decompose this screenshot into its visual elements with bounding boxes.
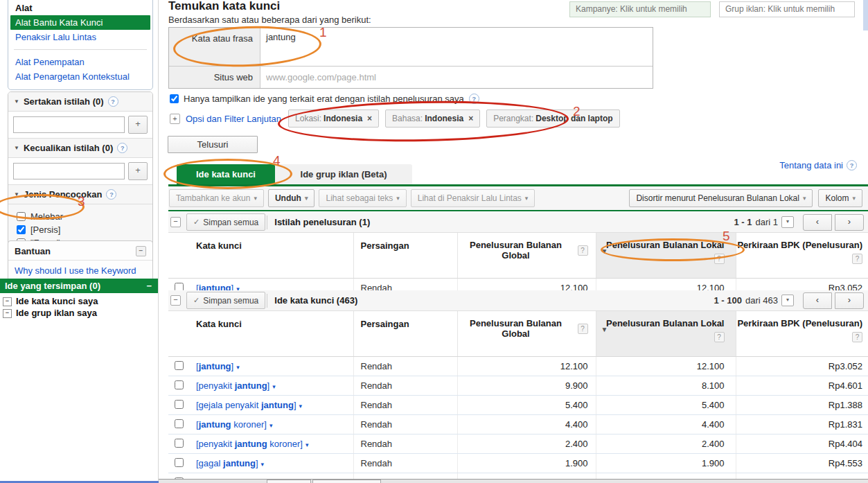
tree-collapse-icon[interactable]: − (3, 309, 12, 318)
prev-page-button[interactable]: ‹ (803, 292, 832, 309)
col-global-searches[interactable]: Penelusuran Bulanan Global? (457, 233, 596, 279)
keyword-link[interactable]: [jantung koroner] (196, 419, 267, 430)
page-size-dropdown[interactable]: ▾ (781, 295, 794, 306)
chevron-down-icon[interactable]: ▾ (261, 461, 265, 468)
exclude-term-input[interactable] (13, 163, 125, 179)
related-only-checkbox[interactable] (170, 94, 179, 103)
help-icon[interactable]: ? (578, 245, 588, 256)
help-icon[interactable]: ? (578, 324, 588, 334)
row-checkbox[interactable] (175, 419, 184, 428)
view-in-traffic-estimator-button[interactable]: Lihat di Penaksir Lalu Lintas▾ (411, 189, 535, 207)
prev-page-button[interactable]: ‹ (803, 214, 832, 231)
close-icon[interactable]: × (367, 114, 372, 123)
sidebar-item-keyword-tool[interactable]: Alat Bantu Kata Kunci (10, 15, 150, 30)
col-global-searches[interactable]: Penelusuran Bulanan Global? (457, 311, 596, 357)
include-terms-header[interactable]: ▼ Sertakan istilah (0) ? (8, 92, 152, 112)
add-to-account-button[interactable]: Tambahkan ke akun▾ (169, 189, 264, 207)
view-as-text-button[interactable]: Lihat sebagai teks▾ (319, 189, 406, 207)
sort-by-button[interactable]: Disortir menurut Penelusuran Bulanan Lok… (629, 189, 813, 207)
row-checkbox[interactable] (175, 361, 184, 370)
sidebar-item-placement-tool[interactable]: Alat Penempatan (15, 57, 85, 67)
col-competition[interactable]: Persaingan (353, 311, 457, 357)
keyword-link[interactable]: [jantung] (196, 361, 233, 371)
tab-adgroup-ideas[interactable]: Ide grup iklan (Beta) (275, 164, 412, 184)
help-link[interactable]: Why should I use the Keyword (8, 261, 152, 276)
help-icon[interactable]: ? (469, 94, 479, 104)
keyword-link[interactable]: [penyakit jantung koroner] (196, 439, 303, 449)
row-checkbox[interactable] (175, 439, 184, 448)
adgroup-selector[interactable]: Grup iklan: Klik untuk memilih (719, 1, 855, 17)
location-chip[interactable]: Lokasi:Indonesia × (288, 109, 379, 128)
col-competition[interactable]: Persaingan (353, 233, 457, 279)
keyword-link[interactable]: [gagal jantung] (196, 458, 258, 468)
include-term-input[interactable] (13, 116, 125, 133)
next-page-button[interactable]: › (835, 292, 864, 309)
keyword-input[interactable]: jantung (260, 28, 653, 66)
row-checkbox[interactable] (175, 458, 184, 467)
divider (267, 216, 267, 229)
chevron-down-icon[interactable]: ▾ (236, 364, 240, 371)
chevron-down-icon[interactable]: ▾ (272, 383, 276, 390)
col-approx-cpc[interactable]: Perkiraan BPK (Penelusuran) ? (736, 311, 868, 357)
col-keyword[interactable]: Kata kunci (193, 311, 353, 357)
saved-ideas-bar[interactable]: Ide yang tersimpan (0) − (0, 279, 158, 293)
match-types-header[interactable]: ▼ Jenis Pencocokan ? (8, 184, 152, 204)
col-local-searches[interactable]: ▼ Penelusuran Bulanan Lokal ? (596, 233, 736, 279)
col-approx-cpc[interactable]: Perkiraan BPK (Penelusuran) ? (736, 233, 868, 279)
help-icon[interactable]: ? (106, 189, 116, 200)
exact-checkbox[interactable] (17, 225, 26, 234)
language-chip[interactable]: Bahasa:Indonesia × (385, 109, 480, 128)
about-data-link[interactable]: Tentang data ini (779, 160, 843, 170)
keyword-link[interactable]: [gejala penyakit jantung] (196, 400, 296, 410)
columns-button[interactable]: Kolom▾ (818, 189, 862, 207)
saved-adgroup-ideas-item[interactable]: − Ide grup iklan saya (1, 307, 157, 319)
collapse-section-icon[interactable]: − (170, 217, 181, 227)
keyword-link[interactable]: [penyakit jantung] (196, 380, 269, 391)
expand-icon[interactable]: + (170, 114, 180, 124)
add-exclude-term-button[interactable]: + (128, 162, 148, 180)
collapse-section-icon[interactable]: − (170, 295, 181, 306)
campaign-selector[interactable]: Kampanye: Klik untuk memilih (569, 1, 711, 17)
help-icon[interactable]: ? (714, 332, 725, 342)
broad-checkbox[interactable] (17, 212, 26, 221)
help-icon[interactable]: ? (108, 96, 118, 107)
download-button[interactable]: Unduh▾ (268, 189, 315, 207)
help-icon[interactable]: ? (847, 160, 857, 170)
help-icon[interactable]: ? (852, 332, 862, 342)
col-keyword[interactable]: Kata kunci (193, 233, 353, 279)
tools-panel: Alat Alat Bantu Kata Kunci Penaksir Lalu… (8, 0, 153, 90)
advanced-options-link[interactable]: Opsi dan Filter Lanjutan (186, 114, 281, 124)
saved-keyword-ideas-item[interactable]: − Ide kata kunci saya (1, 295, 157, 307)
tab-keyword-ideas[interactable]: Ide kata kunci (177, 164, 275, 184)
row-checkbox[interactable] (175, 400, 184, 409)
minimize-icon[interactable]: − (146, 281, 152, 291)
add-include-term-button[interactable]: + (128, 116, 148, 134)
help-icon[interactable]: ? (714, 254, 725, 264)
cropped-footer-button (312, 480, 381, 483)
sidebar-item-traffic-estimator[interactable]: Penaksir Lalu Lintas (15, 32, 96, 42)
page-size-dropdown[interactable]: ▾ (781, 216, 794, 228)
global-searches-cell: 4.400 (457, 415, 596, 434)
minimize-icon[interactable]: − (136, 246, 146, 256)
save-all-button[interactable]: ✓ Simpan semua (186, 292, 265, 309)
sidebar-item-contextual-targeting-tool[interactable]: Alat Penargetan Kontekstual (15, 71, 130, 82)
tree-collapse-icon[interactable]: − (3, 297, 12, 306)
exclude-terms-header[interactable]: ▼ Kecualikan istilah (0) ? (8, 138, 152, 158)
website-input[interactable] (260, 67, 653, 88)
close-icon[interactable]: × (468, 114, 473, 123)
col-local-searches[interactable]: ▼ Penelusuran Bulanan Lokal ? (596, 311, 736, 357)
next-page-button[interactable]: › (835, 214, 864, 231)
match-types-title: Jenis Pencocokan (24, 189, 102, 200)
chevron-down-icon[interactable]: ▾ (299, 403, 303, 410)
search-button[interactable]: Telusuri (168, 136, 258, 153)
help-icon[interactable]: ? (117, 143, 127, 153)
chevron-down-icon[interactable]: ▾ (305, 441, 309, 448)
chevron-down-icon[interactable]: ▾ (269, 422, 273, 429)
global-searches-cell: 9.900 (457, 376, 596, 396)
competition-cell: Rendah (353, 396, 457, 415)
row-checkbox[interactable] (175, 380, 184, 389)
device-chip[interactable]: Perangkat: Desktop dan laptop (486, 109, 619, 128)
save-all-button[interactable]: ✓ Simpan semua (186, 213, 265, 231)
result-tabs: Ide kata kunci Ide grup iklan (Beta) (177, 164, 412, 184)
help-icon[interactable]: ? (852, 254, 862, 264)
